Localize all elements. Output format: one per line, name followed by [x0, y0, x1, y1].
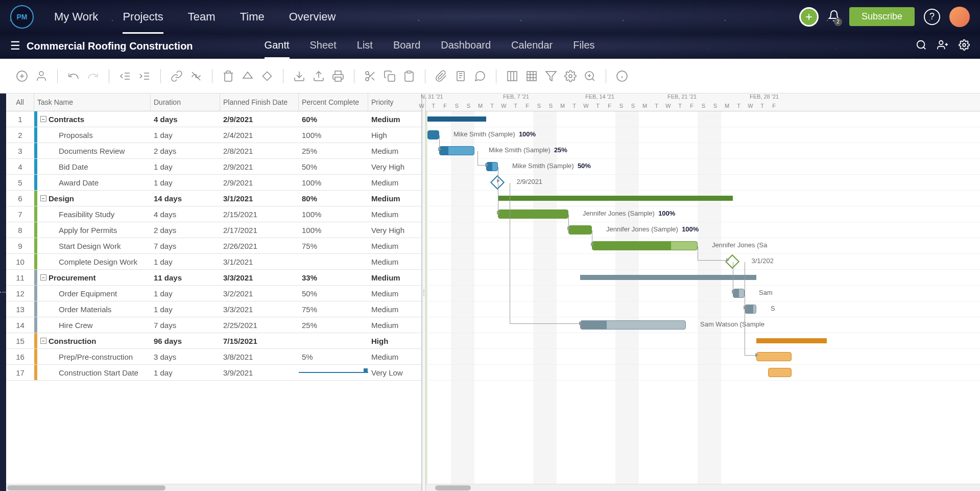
cell-name[interactable]: − Contracts — [37, 115, 151, 124]
gantt-task-bar[interactable] — [768, 368, 792, 377]
gantt-task-bar[interactable] — [498, 209, 568, 219]
cell-name[interactable]: Proposals — [37, 131, 151, 139]
gantt-summary-bar[interactable] — [756, 338, 827, 343]
cell-pct[interactable]: 100% — [299, 210, 368, 219]
task-row[interactable]: 12 Order Equipment 1 day 3/2/2021 50% Me… — [6, 286, 421, 301]
gantt-row[interactable]: Sam — [426, 286, 980, 301]
copy-icon[interactable] — [383, 69, 396, 83]
cell-date[interactable]: 7/15/2021 — [220, 337, 299, 345]
task-row[interactable]: 15 − Construction 96 days 7/15/2021 High — [6, 333, 421, 349]
cell-priority[interactable]: Medium — [368, 258, 421, 266]
cell-pct[interactable]: 25% — [299, 147, 368, 155]
cell-pct[interactable]: 33% — [299, 273, 368, 282]
cell-duration[interactable]: 1 day — [151, 289, 220, 298]
cell-date[interactable]: 2/8/2021 — [220, 147, 299, 155]
collapse-icon[interactable]: − — [40, 338, 46, 344]
nav-overview[interactable]: Overview — [289, 1, 336, 32]
collapse-icon[interactable]: − — [40, 274, 46, 280]
cell-duration[interactable]: 96 days — [151, 337, 220, 345]
cell-date[interactable]: 3/3/2021 — [220, 305, 299, 314]
gantt-row[interactable]: Jennifer Jones (Sample) 100% — [426, 222, 980, 238]
attach-icon[interactable] — [435, 69, 448, 83]
gantt-row[interactable]: Mike Smith (Sample) 100% — [426, 127, 980, 143]
cut-icon[interactable] — [364, 69, 377, 83]
task-row[interactable]: 17 Construction Start Date 1 day 3/9/202… — [6, 365, 421, 381]
outdent-icon[interactable] — [118, 69, 132, 83]
task-row[interactable]: 2 Proposals 1 day 2/4/2021 100% High — [6, 127, 421, 143]
gantt-task-bar[interactable] — [592, 241, 698, 250]
nav-time[interactable]: Time — [240, 1, 265, 32]
cell-duration[interactable]: 14 days — [151, 194, 220, 203]
cell-pct[interactable]: 80% — [299, 194, 368, 203]
cell-priority[interactable]: Medium — [368, 147, 421, 155]
cell-duration[interactable]: 1 day — [151, 305, 220, 314]
cell-name[interactable]: Feasibility Study — [37, 210, 151, 219]
cell-pct[interactable]: 25% — [299, 321, 368, 330]
col-duration[interactable]: Duration — [151, 93, 220, 111]
cell-date[interactable]: 3/2/2021 — [220, 289, 299, 298]
comment-icon[interactable] — [473, 69, 487, 83]
cell-pct[interactable]: 50% — [299, 162, 368, 171]
cell-duration[interactable]: 1 day — [151, 131, 220, 139]
print-icon[interactable] — [331, 69, 345, 83]
cell-pct[interactable]: 75% — [299, 305, 368, 314]
notifications-icon[interactable]: 2 — [828, 10, 840, 24]
clear-icon[interactable] — [241, 69, 254, 83]
view-dashboard[interactable]: Dashboard — [441, 33, 491, 59]
cell-duration[interactable]: 2 days — [151, 226, 220, 235]
cell-duration[interactable]: 1 day — [151, 162, 220, 171]
task-row[interactable]: 8 Apply for Permits 2 days 2/17/2021 100… — [6, 222, 421, 238]
cell-pct[interactable]: 60% — [299, 115, 368, 124]
gantt-summary-bar[interactable] — [580, 275, 756, 280]
col-priority[interactable]: Priority — [368, 93, 421, 111]
add-row-icon[interactable] — [15, 69, 29, 83]
view-board[interactable]: Board — [393, 33, 420, 59]
cell-pct[interactable]: 75% — [299, 242, 368, 250]
help-button[interactable]: ? — [924, 9, 940, 25]
cell-name[interactable]: Prep/Pre-construction — [37, 353, 151, 361]
gantt-body[interactable]: Mike Smith (Sample) 100%Mike Smith (Samp… — [426, 111, 980, 484]
import-icon[interactable] — [293, 69, 306, 83]
cell-priority[interactable]: Medium — [368, 242, 421, 250]
left-sidebar-handle[interactable]: ⋮ — [0, 93, 6, 491]
cell-date[interactable]: 3/8/2021 — [220, 353, 299, 361]
gantt-task-bar[interactable] — [439, 146, 474, 155]
cell-priority[interactable]: Very High — [368, 162, 421, 171]
cell-duration[interactable]: 7 days — [151, 321, 220, 330]
cell-date[interactable]: 2/15/2021 — [220, 210, 299, 219]
cell-date[interactable]: 3/1/2021 — [220, 258, 299, 266]
gantt-row[interactable]: Mike Smith (Sample) 25% — [426, 143, 980, 159]
view-files[interactable]: Files — [573, 33, 594, 59]
collapse-icon[interactable]: − — [40, 116, 46, 122]
cell-date[interactable]: 3/3/2021 — [220, 273, 299, 282]
cell-name[interactable]: Complete Design Work — [37, 258, 151, 266]
cell-priority[interactable]: Medium — [368, 178, 421, 187]
cell-duration[interactable]: 1 day — [151, 368, 220, 377]
indent-icon[interactable] — [138, 69, 151, 83]
grid-hscroll[interactable] — [6, 484, 421, 491]
cell-date[interactable]: 2/17/2021 — [220, 226, 299, 235]
gantt-summary-bar[interactable] — [427, 116, 486, 122]
user-avatar[interactable] — [949, 7, 970, 27]
view-calendar[interactable]: Calendar — [511, 33, 553, 59]
cell-duration[interactable]: 1 day — [151, 178, 220, 187]
task-row[interactable]: 4 Bid Date 1 day 2/9/2021 50% Very High — [6, 159, 421, 175]
cell-date[interactable]: 2/9/2021 — [220, 115, 299, 124]
gantt-hscroll[interactable] — [426, 484, 980, 491]
cell-priority[interactable]: Medium — [368, 194, 421, 203]
collapse-icon[interactable]: − — [40, 195, 46, 201]
col-date[interactable]: Planned Finish Date — [220, 93, 299, 111]
gantt-row[interactable]: Jennifer Jones (Sample) 100% — [426, 206, 980, 222]
redo-icon[interactable] — [86, 69, 100, 83]
splitter[interactable] — [422, 93, 426, 491]
settings-icon[interactable] — [959, 39, 970, 53]
task-row[interactable]: 7 Feasibility Study 4 days 2/15/2021 100… — [6, 206, 421, 222]
task-row[interactable]: 3 Documents Review 2 days 2/8/2021 25% M… — [6, 143, 421, 159]
cell-pct[interactable]: 100% — [299, 226, 368, 235]
columns-icon[interactable] — [506, 69, 519, 83]
add-user-icon[interactable] — [937, 39, 948, 53]
cell-name[interactable]: − Construction — [37, 337, 151, 345]
cell-priority[interactable]: Medium — [368, 305, 421, 314]
task-row[interactable]: 1 − Contracts 4 days 2/9/2021 60% Medium — [6, 111, 421, 127]
gear-icon[interactable] — [564, 69, 577, 83]
